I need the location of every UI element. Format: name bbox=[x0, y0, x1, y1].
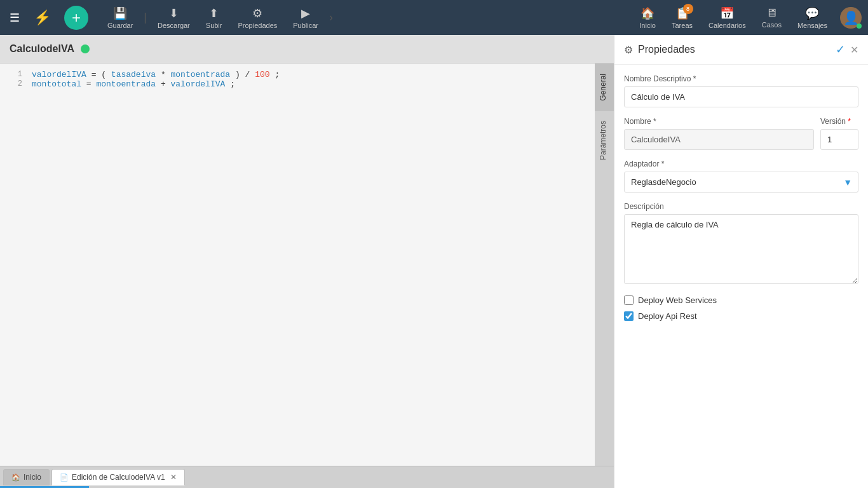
descripcion-textarea[interactable]: Regla de cálculo de IVA bbox=[624, 214, 858, 284]
navbar: ☰ ⚡ + 💾 Guardar | ⬇ Descargar ⬆ Subir ⚙ … bbox=[0, 0, 868, 35]
save-label: Guardar bbox=[107, 22, 133, 29]
code-line-2: 2 montototal = montoentrada + valordelIV… bbox=[0, 79, 595, 89]
editor-header: CalculodeIVA bbox=[0, 35, 614, 64]
adaptador-group: Adaptador * ReglasdeNegocio WebService A… bbox=[624, 159, 858, 193]
status-active-dot bbox=[81, 44, 90, 53]
deploy-web-services-checkbox[interactable] bbox=[624, 295, 634, 305]
upload-icon: ⬆ bbox=[209, 6, 219, 20]
properties-icon: ⚙ bbox=[252, 6, 262, 20]
cases-icon: 🖥 bbox=[766, 6, 777, 20]
panel-close-button[interactable]: ✕ bbox=[850, 44, 858, 56]
nombre-label: Nombre * bbox=[624, 117, 814, 126]
panel-form: Nombre Descriptivo * Nombre * Versión * bbox=[614, 65, 868, 488]
nav-messages[interactable]: 💬 Mensajes bbox=[791, 3, 834, 32]
tab-general[interactable]: General bbox=[595, 64, 614, 111]
divider-2: › bbox=[328, 8, 334, 27]
save-button[interactable]: 💾 Guardar bbox=[101, 3, 139, 32]
bottom-edit-label: Edición de CalculodeIVA v1 bbox=[72, 473, 165, 482]
bottom-tabs: 🏠 Inicio 📄 Edición de CalculodeIVA v1 ✕ bbox=[0, 466, 614, 488]
line-number-1: 1 bbox=[6, 70, 22, 79]
adaptador-select-wrap: ReglasdeNegocio WebService API ▼ bbox=[624, 172, 858, 193]
tab-general-label: General bbox=[599, 74, 607, 101]
side-tabs: General Parámetros bbox=[595, 64, 614, 466]
tasks-icon: 📋 8 bbox=[675, 6, 689, 20]
deploy-web-services-label[interactable]: Deploy Web Services bbox=[638, 295, 717, 305]
properties-label: Propiedades bbox=[238, 22, 277, 29]
messages-label: Mensajes bbox=[797, 22, 827, 29]
deploy-api-rest-group: Deploy Api Rest bbox=[624, 311, 858, 321]
bottom-home-icon: 🏠 bbox=[11, 473, 20, 482]
nombre-input[interactable] bbox=[624, 129, 814, 150]
logo-icon: ⚡ bbox=[29, 5, 55, 30]
deploy-api-rest-label[interactable]: Deploy Api Rest bbox=[638, 311, 697, 321]
code-line-1: 1 valordelIVA = ( tasadeiva * montoentra… bbox=[0, 70, 595, 79]
home-icon: 🏠 bbox=[641, 6, 654, 20]
nombre-descriptivo-label: Nombre Descriptivo * bbox=[624, 74, 858, 83]
download-icon: ⬇ bbox=[169, 6, 179, 20]
deploy-api-rest-checkbox[interactable] bbox=[624, 311, 634, 321]
line-number-2: 2 bbox=[6, 79, 22, 88]
panel-gear-icon: ⚙ bbox=[624, 44, 633, 56]
bottom-tab-edit[interactable]: 📄 Edición de CalculodeIVA v1 ✕ bbox=[51, 469, 185, 485]
home-label: Inicio bbox=[639, 22, 656, 29]
nav-right: 🏠 Inicio 📋 8 Tareas 📅 Calendarios 🖥 Caso… bbox=[633, 3, 862, 32]
panel-title: Propiedades bbox=[638, 44, 836, 55]
tab-parameters[interactable]: Parámetros bbox=[595, 111, 614, 170]
nav-cases[interactable]: 🖥 Casos bbox=[756, 3, 788, 32]
calendars-label: Calendarios bbox=[709, 22, 746, 29]
upload-label: Subir bbox=[206, 22, 222, 29]
properties-button[interactable]: ⚙ Propiedades bbox=[231, 3, 283, 32]
download-button[interactable]: ⬇ Descargar bbox=[151, 3, 196, 32]
panel-header: ⚙ Propiedades ✓ ✕ bbox=[614, 35, 868, 65]
bottom-tab-close-icon[interactable]: ✕ bbox=[170, 473, 177, 482]
version-input[interactable] bbox=[820, 129, 858, 150]
version-col: Versión * bbox=[820, 117, 858, 150]
hamburger-icon[interactable]: ☰ bbox=[6, 8, 23, 28]
nav-home[interactable]: 🏠 Inicio bbox=[633, 3, 662, 32]
add-button[interactable]: + bbox=[64, 6, 88, 30]
tasks-label: Tareas bbox=[672, 22, 693, 29]
publish-label: Publicar bbox=[293, 22, 318, 29]
tasks-badge: 8 bbox=[683, 4, 693, 14]
publish-button[interactable]: ▶ Publicar bbox=[287, 3, 325, 32]
editor-area: CalculodeIVA 1 valordelIVA = ( tasadeiva… bbox=[0, 35, 614, 488]
descripcion-label: Descripción bbox=[624, 202, 858, 211]
descripcion-group: Descripción Regla de cálculo de IVA bbox=[624, 202, 858, 286]
main-area: CalculodeIVA 1 valordelIVA = ( tasadeiva… bbox=[0, 35, 868, 488]
upload-button[interactable]: ⬆ Subir bbox=[200, 3, 229, 32]
tab-parameters-label: Parámetros bbox=[599, 121, 607, 160]
nombre-version-row: Nombre * Versión * bbox=[624, 117, 858, 150]
nombre-descriptivo-input[interactable] bbox=[624, 86, 858, 107]
divider-1: | bbox=[142, 8, 148, 27]
adaptador-label: Adaptador * bbox=[624, 159, 858, 168]
nombre-col: Nombre * bbox=[624, 117, 814, 150]
online-status-dot bbox=[857, 24, 862, 29]
version-label: Versión * bbox=[820, 117, 858, 126]
nombre-descriptivo-group: Nombre Descriptivo * bbox=[624, 74, 858, 107]
publish-icon: ▶ bbox=[301, 6, 310, 20]
calendars-icon: 📅 bbox=[720, 6, 734, 20]
nav-actions: 💾 Guardar | ⬇ Descargar ⬆ Subir ⚙ Propie… bbox=[101, 3, 334, 32]
editor-title: CalculodeIVA bbox=[10, 43, 74, 55]
line-content-1: valordelIVA = ( tasadeiva * montoentrada… bbox=[32, 70, 280, 79]
adaptador-select[interactable]: ReglasdeNegocio WebService API bbox=[624, 172, 858, 193]
user-avatar-wrap: 👤 bbox=[840, 7, 862, 29]
line-content-2: montototal = montoentrada + valordelIVA … bbox=[32, 79, 235, 89]
code-editor[interactable]: 1 valordelIVA = ( tasadeiva * montoentra… bbox=[0, 64, 595, 466]
bottom-edit-icon: 📄 bbox=[60, 473, 69, 482]
panel-confirm-button[interactable]: ✓ bbox=[836, 43, 845, 57]
cases-label: Casos bbox=[762, 21, 782, 29]
bottom-tab-home[interactable]: 🏠 Inicio bbox=[3, 469, 50, 485]
save-icon: 💾 bbox=[113, 6, 127, 20]
properties-panel: ⚙ Propiedades ✓ ✕ Nombre Descriptivo * N… bbox=[614, 35, 868, 488]
messages-icon: 💬 bbox=[805, 6, 819, 20]
bottom-home-label: Inicio bbox=[24, 473, 41, 482]
deploy-web-services-group: Deploy Web Services bbox=[624, 295, 858, 305]
nav-tasks[interactable]: 📋 8 Tareas bbox=[665, 3, 699, 32]
download-label: Descargar bbox=[158, 22, 190, 29]
code-editor-wrap: 1 valordelIVA = ( tasadeiva * montoentra… bbox=[0, 64, 614, 466]
nav-calendars[interactable]: 📅 Calendarios bbox=[702, 3, 752, 32]
